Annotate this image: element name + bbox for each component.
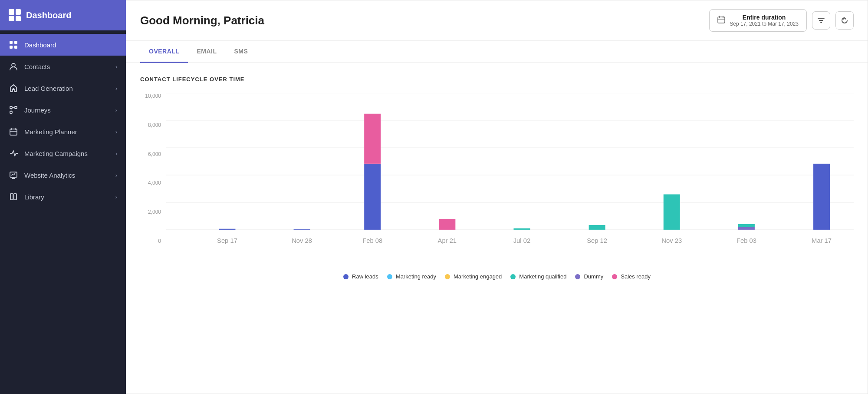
svg-rect-1 [14, 41, 17, 44]
tab-sms[interactable]: SMS [225, 41, 256, 63]
date-range-label: Entire duration [730, 14, 799, 21]
svg-text:Nov 28: Nov 28 [292, 237, 312, 244]
svg-text:Apr 21: Apr 21 [438, 237, 457, 244]
svg-rect-3 [14, 46, 17, 49]
svg-rect-20 [294, 229, 310, 230]
svg-point-4 [12, 63, 15, 67]
svg-rect-28 [738, 224, 755, 227]
sidebar-item-marketing-campaigns[interactable]: Marketing Campaigns › [0, 142, 126, 164]
svg-rect-8 [10, 129, 17, 135]
svg-text:Mar 17: Mar 17 [812, 237, 832, 244]
marketing-qualified-label: Marketing qualified [519, 273, 566, 280]
sidebar-item-dashboard-label: Dashboard [24, 41, 117, 49]
sidebar-item-marketing-planner[interactable]: Marketing Planner › [0, 121, 126, 142]
svg-rect-27 [738, 227, 755, 230]
chart-container: CONTACT LIFECYCLE OVER TIME 10,000 8,000… [126, 63, 868, 394]
legend-dummy: Dummy [575, 273, 603, 280]
svg-text:Jul 02: Jul 02 [513, 237, 530, 244]
svg-rect-0 [10, 41, 13, 44]
website-analytics-icon [9, 170, 18, 180]
dummy-dot [575, 274, 580, 279]
sidebar-item-contacts-label: Contacts [24, 63, 115, 70]
logo-text: Dashboard [26, 10, 71, 20]
y-label-6000: 6,000 [148, 151, 161, 157]
date-range-info: Entire duration Sep 17, 2021 to Mar 17, … [730, 14, 799, 27]
sales-ready-label: Sales ready [621, 273, 651, 280]
sidebar-logo[interactable]: Dashboard [0, 0, 126, 30]
sidebar-nav: Dashboard Contacts › Lead Generation [0, 30, 126, 394]
header-actions: Entire duration Sep 17, 2021 to Mar 17, … [709, 9, 854, 32]
y-label-4000: 4,000 [148, 180, 161, 186]
main-tabs: OVERALL EMAIL SMS [126, 41, 868, 63]
marketing-campaigns-chevron: › [115, 150, 117, 157]
y-label-8000: 8,000 [148, 122, 161, 128]
sidebar-item-lead-generation[interactable]: Lead Generation › [0, 77, 126, 99]
contacts-icon [9, 62, 18, 71]
page-title: Good Morning, Patricia [140, 14, 264, 27]
marketing-planner-chevron: › [115, 129, 117, 135]
svg-text:Sep 12: Sep 12 [587, 237, 607, 244]
sidebar-item-marketing-campaigns-label: Marketing Campaigns [24, 150, 115, 157]
main-content: Good Morning, Patricia Entire duration S… [126, 0, 868, 394]
svg-rect-26 [664, 194, 680, 229]
tab-email[interactable]: EMAIL [188, 41, 225, 63]
dummy-label: Dummy [584, 273, 603, 280]
marketing-engaged-label: Marketing engaged [454, 273, 502, 280]
y-label-0: 0 [158, 238, 161, 244]
marketing-campaigns-icon [9, 149, 18, 158]
sidebar-item-marketing-planner-label: Marketing Planner [24, 128, 115, 136]
legend-marketing-ready: Marketing ready [387, 273, 436, 280]
sidebar-item-website-analytics-label: Website Analytics [24, 172, 115, 179]
logo-icon [9, 9, 21, 21]
chart-title: CONTACT LIFECYCLE OVER TIME [140, 76, 854, 83]
sidebar: Dashboard Dashboard Conta [0, 0, 126, 394]
chart-legend: Raw leads Marketing ready Marketing enga… [140, 266, 854, 287]
marketing-planner-icon [9, 127, 18, 136]
website-analytics-chevron: › [115, 172, 117, 179]
sidebar-item-dashboard[interactable]: Dashboard [0, 34, 126, 56]
svg-rect-12 [718, 17, 725, 23]
raw-leads-label: Raw leads [352, 273, 378, 280]
svg-rect-11 [14, 194, 16, 200]
sidebar-item-library-label: Library [24, 193, 115, 201]
refresh-button[interactable] [835, 11, 854, 30]
svg-rect-2 [10, 46, 13, 49]
y-axis: 10,000 8,000 6,000 4,000 2,000 0 [140, 93, 166, 258]
y-label-10000: 10,000 [145, 93, 161, 99]
journeys-chevron: › [115, 107, 117, 113]
svg-rect-19 [219, 229, 235, 230]
library-icon [9, 192, 18, 202]
sidebar-item-contacts[interactable]: Contacts › [0, 56, 126, 77]
raw-leads-dot [343, 274, 349, 279]
sidebar-item-journeys[interactable]: Journeys › [0, 99, 126, 121]
lead-generation-chevron: › [115, 85, 117, 92]
marketing-ready-dot [387, 274, 392, 279]
svg-text:Nov 23: Nov 23 [661, 237, 682, 244]
svg-text:Feb 03: Feb 03 [736, 237, 756, 244]
svg-rect-29 [813, 164, 830, 230]
legend-marketing-qualified: Marketing qualified [510, 273, 566, 280]
sales-ready-dot [612, 274, 617, 279]
journeys-icon [9, 105, 18, 115]
legend-raw-leads: Raw leads [343, 273, 378, 280]
filter-button[interactable] [812, 11, 830, 30]
library-chevron: › [115, 194, 117, 200]
sidebar-item-journeys-label: Journeys [24, 106, 115, 114]
svg-text:Sep 17: Sep 17 [217, 237, 237, 244]
y-label-2000: 2,000 [148, 209, 161, 215]
date-range-button[interactable]: Entire duration Sep 17, 2021 to Mar 17, … [709, 9, 807, 32]
sidebar-item-library[interactable]: Library › [0, 186, 126, 208]
sidebar-item-lead-generation-label: Lead Generation [24, 85, 115, 92]
chart-plot-area: Sep 17 Nov 28 Feb 08 Apr 21 Jul 02 Sep 1… [166, 93, 854, 258]
sidebar-item-website-analytics[interactable]: Website Analytics › [0, 164, 126, 186]
tab-overall[interactable]: OVERALL [140, 41, 188, 63]
svg-rect-24 [513, 228, 530, 230]
svg-rect-23 [439, 219, 455, 230]
svg-rect-22 [364, 114, 381, 164]
legend-marketing-engaged: Marketing engaged [445, 273, 502, 280]
dashboard-icon [9, 40, 18, 50]
legend-sales-ready: Sales ready [612, 273, 651, 280]
svg-rect-10 [10, 194, 13, 200]
calendar-icon [717, 16, 725, 25]
lead-generation-icon [9, 83, 18, 93]
